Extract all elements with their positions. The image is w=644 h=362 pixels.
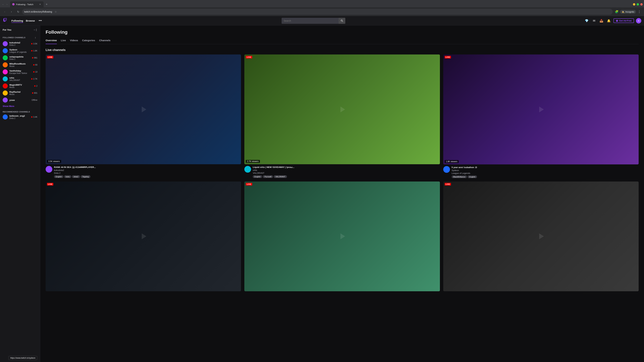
nav-link-following[interactable]: Following xyxy=(12,18,23,23)
nav-more-button[interactable]: ••• xyxy=(38,18,43,23)
search-button[interactable] xyxy=(338,18,345,24)
channel-avatar-mikarosemusic xyxy=(3,62,8,67)
get-ad-free-button[interactable]: Get Ad-Free xyxy=(614,18,634,23)
channel-name-yowe: yowe xyxy=(10,99,30,101)
viewer-badge-nats: 2.7K viewers xyxy=(246,160,260,163)
thumbnail-placeholder-3 xyxy=(443,54,639,164)
search-input[interactable] xyxy=(282,19,338,22)
stream-title-sydeon: 5 year anni !subathon :D xyxy=(452,166,639,169)
address-bar[interactable]: twitch.tv/directory/following ☆ xyxy=(22,9,613,15)
sidebar-item-solapsapdota[interactable]: solapsapdota Dota 2 981 xyxy=(0,54,40,61)
stream-info-sydeon: 5 year anni !subathon :D Sydeon League o… xyxy=(452,166,639,178)
sort-icon[interactable]: ↕ xyxy=(33,35,38,39)
channel-name-sydeon: Sydeon xyxy=(10,48,30,51)
incognito-label: Incognito xyxy=(626,10,634,13)
tab-forward-btn[interactable]: › xyxy=(5,3,9,6)
extensions-icon[interactable]: 🧩 xyxy=(614,9,619,14)
tab-videos[interactable]: Videos xyxy=(70,39,78,44)
window-maximize-btn[interactable]: □ xyxy=(636,3,639,5)
tag-english-sydeon[interactable]: English xyxy=(468,175,477,178)
new-tab-button[interactable]: + xyxy=(44,2,49,7)
live-indicator-rayrachel: 801 xyxy=(32,92,38,94)
stream-title-nats: Liquid nAts | NEW !GIVEAWAY | !розы... xyxy=(253,166,440,168)
top-navigation: Following Browse ••• 💎 ✉ 📥 🔔 Get Ad-Free… xyxy=(0,16,644,25)
browser-menu-icon[interactable]: ⋮ xyxy=(636,9,642,14)
followed-channels-header: FOLLOWED CHANNELS ↕ xyxy=(0,33,40,40)
live-indicator-vanholiday: 13 xyxy=(33,71,38,73)
channel-info-rayrachel: RayRachel Music xyxy=(10,91,30,95)
twitch-app: Following Browse ••• 💎 ✉ 📥 🔔 Get Ad-Free… xyxy=(0,16,644,362)
browser-chrome: ‹ › 🟣 Following - Twitch ✕ + – □ ✕ ‹ › ↻… xyxy=(0,0,644,16)
nav-right-controls: 💎 ✉ 📥 🔔 Get Ad-Free A xyxy=(584,18,641,23)
tag-kuku[interactable]: kuku xyxy=(64,175,71,178)
for-you-header: For You ←| xyxy=(0,25,40,33)
recommended-channels-header: RECOMMENDED CHANNELS xyxy=(0,109,40,113)
sidebar-item-nats[interactable]: nAts VALORANT 2.7K xyxy=(0,75,40,82)
tab-live[interactable]: Live xyxy=(61,39,66,44)
channel-avatar-nats xyxy=(3,76,8,81)
stream-avatar-nats xyxy=(244,166,251,173)
back-button[interactable]: ‹ xyxy=(2,9,8,14)
channel-info-kukudota2: kukudota2 Dota 2 xyxy=(10,41,30,46)
stream-avatar-sydeon xyxy=(443,166,450,173)
nav-search xyxy=(46,18,581,24)
live-indicator-magic899tv: 2 xyxy=(34,85,38,87)
inbox-icon[interactable]: 📥 xyxy=(599,18,604,23)
sidebar-item-rayrachel[interactable]: RayRachel Music 801 xyxy=(0,89,40,96)
channel-info-vanholiday: VanHoliday Escape from Tarkov xyxy=(10,69,32,74)
stream-thumbnail-kukudota2: LIVE 3.5K viewers xyxy=(46,54,241,164)
stream-card-sydeon[interactable]: LIVE 1.8K viewers 5 year anni !subathon … xyxy=(443,54,639,178)
active-tab[interactable]: 🟣 Following - Twitch ✕ xyxy=(10,1,44,7)
bits-icon[interactable]: 💎 xyxy=(584,18,589,23)
reload-button[interactable]: ↻ xyxy=(16,9,21,14)
tag-russian-nats[interactable]: Русский xyxy=(263,175,273,178)
tag-tagalog[interactable]: Tagalog xyxy=(81,175,90,178)
channel-avatar-magic899tv xyxy=(3,83,8,88)
tab-close-btn[interactable]: ✕ xyxy=(38,3,42,6)
tag-dota2[interactable]: dota2 xyxy=(72,175,80,178)
channel-game-solapsapdota: Dota 2 xyxy=(10,58,30,60)
messages-icon[interactable]: ✉ xyxy=(591,18,597,23)
stream-card-nats[interactable]: LIVE 2.7K viewers Liquid nAts | NEW !GIV… xyxy=(244,54,440,178)
live-indicator-nats: 2.7K xyxy=(31,78,38,80)
nav-link-browse[interactable]: Browse xyxy=(26,18,35,23)
tab-channels[interactable]: Channels xyxy=(99,39,110,44)
tab-back-btn[interactable]: ‹ xyxy=(1,3,5,6)
channel-game-vanholiday: Escape from Tarkov xyxy=(10,72,32,74)
thumbnail-placeholder-4 xyxy=(46,182,241,291)
bookmark-icon[interactable]: ☆ xyxy=(54,9,58,14)
window-close-btn[interactable]: ✕ xyxy=(640,3,643,5)
sidebar-collapse-icon[interactable]: ←| xyxy=(33,27,38,32)
tag-english-nats[interactable]: English xyxy=(253,175,262,178)
forward-button[interactable]: › xyxy=(9,9,14,14)
sidebar-item-mikarosemusic[interactable]: MikaRoseMusic Music 93 xyxy=(0,61,40,68)
live-badge-5: LIVE xyxy=(246,183,252,186)
channel-avatar-yowe xyxy=(3,97,8,103)
streams-grid: LIVE 3.5K viewers RANK 44 IN SEA :))) #1… xyxy=(46,54,639,293)
stream-card-kukudota2[interactable]: LIVE 3.5K viewers RANK 44 IN SEA :))) #1… xyxy=(46,54,241,178)
twitch-logo[interactable] xyxy=(3,18,8,24)
live-dot-rayrachel xyxy=(32,92,33,94)
tag-english[interactable]: English xyxy=(54,175,64,178)
sidebar-item-betboom-eng2[interactable]: betboom_eng2 Dota 2 3.4K xyxy=(0,113,40,120)
sidebar-item-yowe[interactable]: yowe Offline xyxy=(0,96,40,104)
user-avatar[interactable]: A xyxy=(636,18,641,23)
tab-categories[interactable]: Categories xyxy=(82,39,95,44)
show-more-button[interactable]: Show More xyxy=(0,104,40,109)
channel-avatar-sydeon xyxy=(3,48,8,53)
channel-info-nats: nAts VALORANT xyxy=(10,77,30,81)
stream-card-5[interactable]: LIVE xyxy=(244,182,440,293)
window-minimize-btn[interactable]: – xyxy=(633,3,635,5)
sidebar-item-kukudota2[interactable]: kukudota2 Dota 2 3.5K xyxy=(0,40,40,47)
tag-blackbrilliance[interactable]: BlackBrilliance xyxy=(452,175,467,178)
bell-icon[interactable]: 🔔 xyxy=(606,18,612,23)
stream-card-6[interactable]: LIVE xyxy=(443,182,639,293)
tab-overview[interactable]: Overview xyxy=(46,39,57,44)
tag-valorant-nats[interactable]: VALORANT xyxy=(274,175,287,178)
sidebar-item-magic899tv[interactable]: Magic899TV Music 2 xyxy=(0,82,40,89)
channel-name-nats: nAts xyxy=(10,77,30,79)
sidebar-item-sydeon[interactable]: Sydeon League of Legends 1.8K xyxy=(0,47,40,54)
incognito-button[interactable]: 🕵 Incognito xyxy=(620,10,636,14)
sidebar-item-vanholiday[interactable]: VanHoliday Escape from Tarkov 13 xyxy=(0,68,40,75)
stream-card-4[interactable]: LIVE xyxy=(46,182,241,293)
